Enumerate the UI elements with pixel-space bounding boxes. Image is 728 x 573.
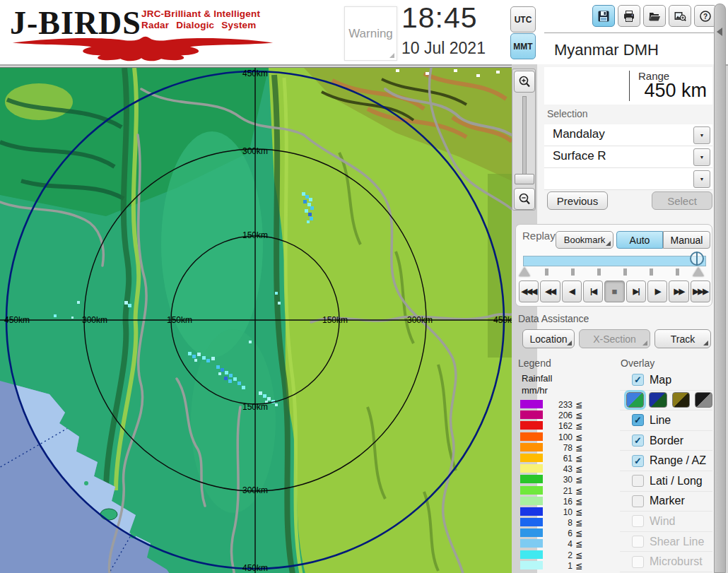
- map-style-color[interactable]: [626, 392, 644, 408]
- legend-row: 43≦: [520, 463, 598, 474]
- timeline-tick[interactable]: [545, 268, 548, 276]
- save-button[interactable]: [592, 5, 615, 27]
- timeline-tick[interactable]: [571, 268, 575, 276]
- ring-label-300-bottom: 300km: [242, 485, 268, 495]
- capture-button[interactable]: [669, 5, 691, 27]
- panel-collapse-strip[interactable]: [714, 4, 726, 573]
- x-section-button[interactable]: X-Section: [579, 329, 650, 348]
- utc-button[interactable]: UTC: [510, 6, 536, 33]
- range-box: Range 450 km: [544, 67, 712, 105]
- overlay-checkbox-range-az[interactable]: ✓: [632, 455, 644, 467]
- fast-rewind-button[interactable]: ◀◀: [540, 280, 560, 302]
- ring-label-450-bottom: 450km: [242, 563, 268, 573]
- warning-button[interactable]: Warning: [344, 6, 397, 61]
- overlay-checkbox-border[interactable]: ✓: [632, 435, 644, 447]
- location-button[interactable]: Location: [522, 329, 575, 348]
- auto-mode-button[interactable]: Auto: [616, 231, 663, 249]
- overlay-checkbox-line[interactable]: ✓: [632, 414, 644, 426]
- legend-lte-symbol: ≦: [575, 507, 582, 517]
- overlay-label-marker: Marker: [650, 495, 685, 507]
- timeline-tick[interactable]: [623, 268, 627, 276]
- select-button[interactable]: Select: [652, 191, 712, 210]
- legend-title-line1: Rainfall: [522, 373, 552, 384]
- legend-row: 206≦: [520, 410, 598, 420]
- overlay-checkbox-lati-long[interactable]: [632, 475, 644, 487]
- legend-lte-symbol: ≦: [575, 539, 582, 549]
- legend-value: 61: [546, 454, 573, 463]
- map-style-mono[interactable]: [695, 392, 712, 408]
- rewind-icon: ◀: [569, 287, 574, 296]
- zoom-slider-track[interactable]: [522, 96, 527, 179]
- zoom-out-icon: [517, 192, 532, 206]
- overlay-label-microburst: Microburst: [650, 555, 703, 568]
- overlay-checkbox-marker[interactable]: [632, 495, 644, 507]
- timeline-end-marker[interactable]: [693, 267, 704, 276]
- play-button[interactable]: ▶: [647, 280, 667, 302]
- range-divider: [629, 71, 630, 101]
- ring-label-450-right: 450km: [493, 315, 512, 325]
- ring-label-300-left: 300km: [82, 315, 107, 325]
- mmt-button[interactable]: MMT: [510, 33, 536, 59]
- legend-label: Legend: [518, 358, 551, 369]
- overlay-row-border: ✓Border: [620, 431, 712, 451]
- legend-swatch: [520, 518, 543, 526]
- step-back-button[interactable]: |◀: [583, 280, 603, 302]
- legend-lte-symbol: ≦: [575, 550, 582, 560]
- print-button[interactable]: [618, 5, 640, 27]
- zoom-in-icon: [517, 75, 532, 89]
- manual-mode-button[interactable]: Manual: [663, 231, 710, 249]
- selection-dropdown-extra[interactable]: ▼: [544, 168, 712, 190]
- jump-start-button[interactable]: ◀◀◀: [519, 280, 539, 302]
- timeline-handle[interactable]: [690, 252, 704, 266]
- previous-label: Previous: [557, 195, 598, 207]
- step-forward-button[interactable]: ▶|: [626, 280, 646, 302]
- selection-dropdown-product[interactable]: Surface R ▼: [544, 146, 712, 168]
- legend-lte-symbol: ≦: [575, 443, 582, 453]
- replay-timeline-slider[interactable]: [523, 256, 706, 266]
- stop-icon: ■: [612, 286, 618, 297]
- legend-row: 10≦: [520, 507, 598, 517]
- timeline-start-marker[interactable]: [519, 267, 530, 276]
- fast-forward-button[interactable]: ▶▶: [669, 280, 688, 302]
- zoom-slider-handle[interactable]: [515, 174, 534, 184]
- legend-scale: 233≦206≦162≦100≦78≦61≦43≦30≦21≦16≦10≦8≦6…: [520, 399, 598, 571]
- legend-value: 206: [546, 410, 573, 420]
- radar-map[interactable]: 450km 300km 150km 150km 300km 450km 450k…: [0, 67, 512, 573]
- timeline-tick[interactable]: [650, 268, 653, 276]
- chevron-down-icon[interactable]: ▼: [693, 148, 710, 166]
- playback-controls: ◀◀◀◀◀◀|◀■▶|▶▶▶▶▶▶: [518, 280, 711, 302]
- stop-button[interactable]: ■: [604, 280, 624, 302]
- overlay-list: ✓Map✓Line✓Border✓Range / AZLati / LongMa…: [620, 370, 712, 572]
- ring-label-300-right: 300km: [407, 315, 433, 325]
- toolbar-separator: [544, 33, 714, 33]
- timeline-tick[interactable]: [597, 268, 601, 276]
- logo-subtitle-line2: Radar Dialogic System: [141, 20, 260, 31]
- bookmark-button[interactable]: Bookmark: [556, 231, 613, 249]
- legend-swatch: [520, 432, 543, 441]
- map-style-dark-blue-green[interactable]: [649, 392, 667, 408]
- timeline-tick[interactable]: [676, 268, 679, 276]
- track-button[interactable]: Track: [654, 329, 711, 348]
- legend-lte-symbol: ≦: [575, 454, 582, 463]
- open-button[interactable]: [643, 5, 666, 27]
- legend-lte-symbol: ≦: [575, 400, 582, 410]
- zoom-out-button[interactable]: [514, 188, 535, 210]
- previous-button[interactable]: Previous: [547, 191, 608, 210]
- chevron-down-icon[interactable]: ▼: [693, 170, 710, 188]
- overlay-row-shear-line: Shear Line: [620, 532, 712, 553]
- map-style-olive[interactable]: [672, 392, 690, 408]
- legend-lte-symbol: ≦: [575, 497, 582, 507]
- jump-end-button[interactable]: ▶▶▶: [691, 280, 710, 302]
- step-forward-icon: ▶|: [633, 287, 640, 296]
- eagle-logo-icon: [11, 35, 274, 62]
- selection-dropdown-site[interactable]: Mandalay ▼: [544, 124, 712, 146]
- collapse-left-icon: [717, 28, 722, 36]
- chevron-down-icon[interactable]: ▼: [693, 126, 710, 144]
- radar-map-canvas: 450km 300km 150km 150km 300km 450km 450k…: [0, 68, 512, 573]
- legend-row: 100≦: [520, 432, 598, 442]
- legend-lte-symbol: ≦: [575, 518, 582, 528]
- zoom-in-button[interactable]: [514, 71, 535, 93]
- rewind-button[interactable]: ◀: [562, 280, 582, 302]
- overlay-checkbox-map[interactable]: ✓: [632, 374, 644, 386]
- legend-value: 8: [546, 518, 573, 528]
